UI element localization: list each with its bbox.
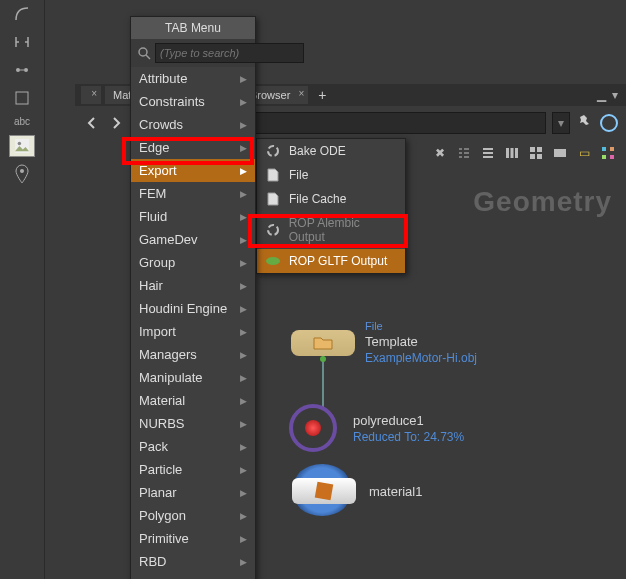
submenu-item-label: ROP Alembic Output bbox=[289, 216, 397, 244]
list-icon[interactable] bbox=[478, 143, 498, 163]
node-sub-label: Reduced To: 24.73% bbox=[353, 430, 464, 444]
tab-menu-item-group[interactable]: Group▶ bbox=[131, 251, 255, 274]
chevron-right-icon: ▶ bbox=[240, 373, 247, 383]
pane-menu-icon[interactable]: ▁ bbox=[597, 88, 606, 102]
image-thumb-icon[interactable] bbox=[9, 135, 35, 157]
tab-menu-item-constraints[interactable]: Constraints▶ bbox=[131, 90, 255, 113]
close-icon[interactable]: × bbox=[91, 88, 97, 99]
spin-icon bbox=[265, 223, 281, 237]
tab-menu-item-material[interactable]: Material▶ bbox=[131, 389, 255, 412]
wrench-icon[interactable]: ✖ bbox=[430, 143, 450, 163]
tab-menu-item-gamedev[interactable]: GameDev▶ bbox=[131, 228, 255, 251]
node-polyreduce[interactable]: polyreduce1 Reduced To: 24.73% bbox=[289, 404, 464, 452]
tab-menu-item-planar[interactable]: Planar▶ bbox=[131, 481, 255, 504]
submenu-item-file-cache[interactable]: File Cache bbox=[257, 187, 405, 211]
palette-icon[interactable] bbox=[598, 143, 618, 163]
card-icon[interactable] bbox=[550, 143, 570, 163]
tab-menu-items: Attribute▶Constraints▶Crowds▶Edge▶Export… bbox=[131, 67, 255, 579]
tab-menu-item-attribute[interactable]: Attribute▶ bbox=[131, 67, 255, 90]
menu-item-label: Managers bbox=[139, 347, 197, 362]
tab-menu-item-primitive[interactable]: Primitive▶ bbox=[131, 527, 255, 550]
tab-menu-item-crowds[interactable]: Crowds▶ bbox=[131, 113, 255, 136]
nav-forward-button[interactable] bbox=[107, 114, 125, 132]
tab-menu-item-pack[interactable]: Pack▶ bbox=[131, 435, 255, 458]
chevron-right-icon: ▶ bbox=[240, 419, 247, 429]
file-icon bbox=[265, 168, 281, 182]
menu-item-label: Hair bbox=[139, 278, 163, 293]
note-icon[interactable]: ▭ bbox=[574, 143, 594, 163]
curve-tool-icon[interactable] bbox=[10, 4, 34, 24]
menu-item-label: Import bbox=[139, 324, 176, 339]
tab-menu-item-hair[interactable]: Hair▶ bbox=[131, 274, 255, 297]
chevron-right-icon: ▶ bbox=[240, 350, 247, 360]
node-chip[interactable] bbox=[291, 330, 355, 356]
tab-menu-item-fem[interactable]: FEM▶ bbox=[131, 182, 255, 205]
node-chip[interactable] bbox=[289, 404, 337, 452]
submenu-item-file[interactable]: File bbox=[257, 163, 405, 187]
tab-menu-item-manipulate[interactable]: Manipulate▶ bbox=[131, 366, 255, 389]
menu-item-label: Primitive bbox=[139, 531, 189, 546]
columns-icon[interactable] bbox=[502, 143, 522, 163]
tab-menu-item-fluid[interactable]: Fluid▶ bbox=[131, 205, 255, 228]
context-label: Geometry bbox=[473, 186, 612, 218]
pin-icon[interactable] bbox=[576, 114, 594, 132]
svg-rect-10 bbox=[537, 147, 542, 152]
menu-item-label: Particle bbox=[139, 462, 182, 477]
svg-rect-2 bbox=[16, 92, 28, 104]
add-tab-button[interactable]: + bbox=[312, 86, 332, 104]
tab-menu-item-polygon[interactable]: Polygon▶ bbox=[131, 504, 255, 527]
svg-rect-12 bbox=[537, 154, 542, 159]
target-ring-icon[interactable] bbox=[600, 114, 618, 132]
pin-marker-icon[interactable] bbox=[10, 165, 34, 185]
path-dropdown-button[interactable]: ▾ bbox=[552, 112, 570, 134]
submenu-item-rop-gltf-output[interactable]: ROP GLTF Output bbox=[257, 249, 405, 273]
box-icon[interactable] bbox=[10, 88, 34, 108]
snap-icon[interactable] bbox=[10, 60, 34, 80]
menu-item-label: Attribute bbox=[139, 71, 187, 86]
node-file[interactable]: File Template ExampleMotor-Hi.obj bbox=[291, 320, 477, 365]
tab-menu-item-houdini-engine[interactable]: Houdini Engine▶ bbox=[131, 297, 255, 320]
pane-dropdown-icon[interactable]: ▾ bbox=[612, 88, 618, 102]
svg-rect-7 bbox=[511, 148, 514, 158]
svg-rect-16 bbox=[602, 155, 606, 159]
chevron-right-icon: ▶ bbox=[240, 258, 247, 268]
grid-icon[interactable] bbox=[526, 143, 546, 163]
menu-item-label: Material bbox=[139, 393, 185, 408]
chevron-right-icon: ▶ bbox=[240, 327, 247, 337]
node-type-label: File bbox=[365, 320, 477, 332]
gltf-icon bbox=[265, 254, 281, 268]
menu-item-label: Fluid bbox=[139, 209, 167, 224]
node-chip[interactable] bbox=[292, 478, 356, 504]
tab-menu-item-particle[interactable]: Particle▶ bbox=[131, 458, 255, 481]
chevron-right-icon: ▶ bbox=[240, 166, 247, 176]
tab-menu-item-edge[interactable]: Edge▶ bbox=[131, 136, 255, 159]
nav-back-button[interactable] bbox=[83, 114, 101, 132]
tab-menu-title: TAB Menu bbox=[131, 17, 255, 39]
tab-hidden[interactable]: × bbox=[81, 86, 101, 104]
submenu-item-label: ROP GLTF Output bbox=[289, 254, 387, 268]
chevron-right-icon: ▶ bbox=[240, 189, 247, 199]
node-name-label: Template bbox=[365, 334, 477, 349]
submenu-item-bake-ode[interactable]: Bake ODE bbox=[257, 139, 405, 163]
tab-menu-item-reality-capture[interactable]: Reality Capture▶ bbox=[131, 573, 255, 579]
tab-menu-item-rbd[interactable]: RBD▶ bbox=[131, 550, 255, 573]
tab-menu-item-nurbs[interactable]: NURBS▶ bbox=[131, 412, 255, 435]
tab-menu-item-managers[interactable]: Managers▶ bbox=[131, 343, 255, 366]
chevron-right-icon: ▶ bbox=[240, 212, 247, 222]
chevron-right-icon: ▶ bbox=[240, 235, 247, 245]
menu-item-label: Group bbox=[139, 255, 175, 270]
node-name-label: polyreduce1 bbox=[353, 413, 464, 428]
submenu-item-label: File Cache bbox=[289, 192, 346, 206]
close-icon[interactable]: × bbox=[299, 88, 305, 99]
submenu-item-rop-alembic-output[interactable]: ROP Alembic Output bbox=[257, 211, 405, 249]
brackets-icon[interactable] bbox=[10, 32, 34, 52]
node-material[interactable]: material1 bbox=[289, 472, 422, 510]
menu-item-label: NURBS bbox=[139, 416, 185, 431]
tab-menu-search-input[interactable] bbox=[155, 43, 304, 63]
tree-icon[interactable] bbox=[454, 143, 474, 163]
tab-menu-item-export[interactable]: Export▶ bbox=[131, 159, 255, 182]
chevron-right-icon: ▶ bbox=[240, 465, 247, 475]
svg-point-21 bbox=[266, 257, 280, 265]
tab-menu-item-import[interactable]: Import▶ bbox=[131, 320, 255, 343]
svg-point-4 bbox=[18, 142, 22, 146]
